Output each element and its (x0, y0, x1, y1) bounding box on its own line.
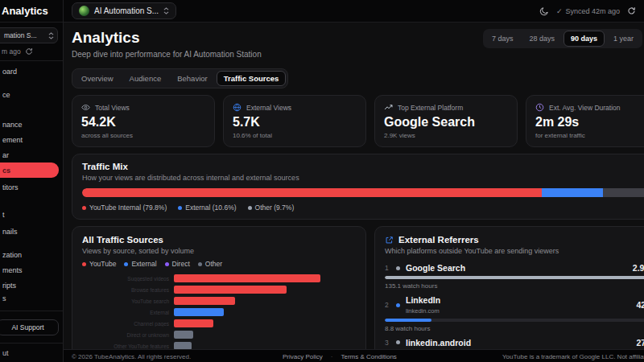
clock-icon (535, 103, 544, 112)
globe-icon (233, 103, 242, 112)
legend-dot (124, 262, 128, 266)
legend-youtube: YouTube (82, 260, 116, 268)
channel-switcher-label: AI Automation S... (94, 6, 159, 15)
tab-behavior[interactable]: Behavior (170, 71, 215, 86)
referrer-rank: 2 (385, 301, 390, 309)
moon-icon[interactable] (539, 6, 549, 16)
sidebar-item-calendar[interactable]: ar (0, 147, 63, 162)
chevron-up-down-icon (48, 32, 54, 39)
main-area: AI Automation S... ✓ Synced 42m ago Anal… (64, 0, 644, 362)
tab-overview[interactable]: Overview (74, 71, 121, 86)
legend-dot (82, 206, 86, 210)
stat-value: 54.2K (81, 115, 205, 130)
referrer-watch-hours: 135.1 watch hours (385, 282, 644, 290)
sidebar-item-performance[interactable]: nance (0, 117, 63, 132)
referrer-views: 420 (636, 300, 644, 310)
bar-row: Suggested videos (82, 274, 356, 282)
referrers-list: 1 Google Search 2.9K 135.1 watch hours 2 (385, 263, 644, 362)
sidebar-item-analytics-active[interactable]: cs (0, 162, 59, 178)
tab-audience[interactable]: Audience (122, 71, 169, 86)
refresh-icon[interactable] (627, 6, 636, 15)
privacy-policy-link[interactable]: Privacy Policy (283, 353, 323, 360)
traffic-mix-stacked-bar (82, 188, 644, 197)
stat-subtext: 10.6% of total (233, 132, 357, 139)
range-7-days-button[interactable]: 7 days (485, 31, 521, 47)
app-logo: Analytics (0, 0, 63, 23)
legend-direct: Direct (165, 260, 190, 268)
legend-external: External (10.6%) (178, 204, 236, 212)
traffic-mix-title: Traffic Mix (82, 162, 644, 171)
range-90-days-button[interactable]: 90 days (564, 31, 605, 47)
sidebar-item-optimization[interactable]: zation (0, 247, 63, 262)
chevron-up-down-icon (163, 7, 169, 14)
bar-row: YouTube search (82, 297, 356, 305)
stat-label: Total Views (95, 104, 130, 112)
legend-other: Other (9.7%) (248, 204, 295, 212)
traffic-sources-subtitle: Views by source, sorted by volume (82, 247, 356, 255)
referrer-dot (396, 266, 400, 270)
terms-conditions-link[interactable]: Terms & Conditions (341, 353, 396, 360)
page-title: Analytics (72, 29, 262, 47)
sync-status: ✓ Synced 42m ago (556, 7, 620, 15)
legend-youtube-internal: YouTube Internal (79.8%) (82, 204, 167, 212)
trending-up-icon (384, 103, 393, 112)
sidebar-channel-label: mation S... (4, 31, 37, 39)
referrer-name: Google Search (406, 263, 465, 273)
content: Analytics Deep dive into performance for… (64, 23, 644, 362)
traffic-mix-legend: YouTube Internal (79.8%) External (10.6%… (82, 204, 644, 212)
referrer-rank: 1 (385, 264, 390, 272)
sidebar-item-thumbnails[interactable]: nails (0, 224, 63, 239)
page-subtitle: Deep dive into performance for AI Automa… (72, 50, 262, 59)
legend-dot (198, 262, 202, 266)
legend-other: Other (198, 260, 222, 268)
referrer-bar (385, 319, 431, 322)
sidebar-item-competitors[interactable]: titors (0, 179, 63, 195)
stat-card-total-views: Total Views 54.2K across all sources (72, 95, 215, 147)
stat-label: External Views (246, 104, 291, 112)
stat-value: Google Search (384, 115, 508, 130)
channel-switcher[interactable]: AI Automation S... (72, 2, 176, 19)
stat-card-external-views: External Views 5.7K 10.6% of total (223, 95, 366, 147)
legend-dot (82, 262, 86, 266)
mix-segment-other (603, 188, 644, 197)
referrer-row-google-search: 1 Google Search 2.9K 135.1 watch hours (385, 263, 644, 290)
referrers-title: External Referrers (398, 235, 479, 245)
sidebar: Analytics mation S... m ago oard ce nanc… (0, 0, 64, 362)
sidebar-item-audience[interactable]: ce (0, 87, 63, 102)
charts-row: All Traffic Sources Views by source, sor… (72, 226, 644, 362)
sidebar-divider (0, 311, 63, 311)
stat-card-top-platform: Top External Platform Google Search 2.9K… (374, 95, 518, 147)
legend-dot (165, 262, 169, 266)
analytics-tabs: Overview Audience Behavior Traffic Sourc… (72, 68, 288, 88)
sidebar-logout[interactable]: ut (0, 343, 63, 362)
bar (174, 286, 287, 294)
footer-links: Privacy Policy · Terms & Conditions (283, 353, 397, 360)
sidebar-sync-label: m ago (2, 47, 21, 56)
sidebar-item-engagement[interactable]: ement (0, 132, 63, 147)
bar-row: Browse features (82, 286, 356, 294)
range-28-days-button[interactable]: 28 days (522, 31, 562, 47)
check-icon: ✓ (556, 7, 563, 15)
traffic-mix-subtitle: How your views are distributed across in… (82, 174, 644, 182)
sidebar-item-dashboard[interactable]: oard (0, 64, 63, 79)
sidebar-channel-selector[interactable]: mation S... (0, 27, 58, 43)
referrer-watch-hours: 8.8 watch hours (385, 325, 644, 332)
sidebar-item-comments[interactable]: ments (0, 262, 63, 278)
sidebar-item-content[interactable]: t (0, 207, 63, 222)
refresh-icon[interactable] (25, 47, 33, 56)
sidebar-item-settings[interactable]: s (0, 290, 63, 306)
stat-cards: Total Views 54.2K across all sources Ext… (72, 95, 644, 147)
referrers-subtitle: Which platforms outside YouTube are send… (385, 247, 644, 255)
stat-label: Ext. Avg. View Duration (549, 104, 621, 112)
all-traffic-sources-card: All Traffic Sources Views by source, sor… (72, 226, 366, 362)
referrer-bar-track (385, 276, 644, 279)
traffic-mix-card: Traffic Mix How your views are distribut… (72, 154, 644, 220)
stat-value: 2m 29s (535, 115, 644, 130)
traffic-sources-legend: YouTube External Direct Other (82, 260, 356, 268)
referrer-row-linkedin: 2 LinkedInlinkedin.com 420 8.8 watch hou… (385, 295, 644, 332)
bar (174, 319, 213, 327)
range-1-year-button[interactable]: 1 year (606, 31, 641, 47)
tab-traffic-sources[interactable]: Traffic Sources (217, 71, 287, 86)
ai-support-button[interactable]: AI Support (0, 319, 59, 335)
mix-segment-external (542, 188, 603, 197)
